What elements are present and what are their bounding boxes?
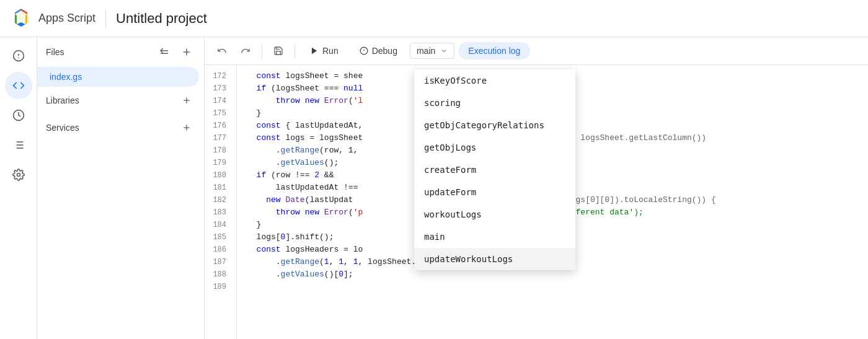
line-num-176: 176 xyxy=(205,120,226,132)
header: ⟨/⟩ Apps Script Untitled project xyxy=(0,0,868,37)
logo-area: ⟨/⟩ Apps Script xyxy=(10,7,95,30)
file-panel-header: Files xyxy=(37,37,204,67)
sidebar-item-executions[interactable] xyxy=(5,131,32,159)
apps-script-logo: ⟨/⟩ xyxy=(10,7,32,30)
dropdown-item-workoutlogs[interactable]: workoutLogs xyxy=(414,203,575,226)
sidebar-item-overview[interactable] xyxy=(5,42,32,69)
code-line-188: .getValues()[0]; xyxy=(247,268,868,281)
dropdown-item-createform[interactable]: createForm xyxy=(414,159,575,181)
line-num-180: 180 xyxy=(205,169,226,182)
svg-marker-26 xyxy=(312,48,317,55)
line-num-185: 185 xyxy=(205,231,226,244)
dropdown-item-scoring[interactable]: scoring xyxy=(414,92,575,114)
toolbar: Run Debug main Execution log xyxy=(205,37,868,65)
line-numbers: 172 173 174 175 176 177 178 179 180 181 … xyxy=(205,65,237,339)
editor-area: Run Debug main Execution log 172 173 174… xyxy=(205,37,868,339)
debug-label: Debug xyxy=(372,46,397,56)
sort-files-button[interactable] xyxy=(156,43,173,61)
app-title: Apps Script xyxy=(38,12,95,25)
sidebar-item-settings[interactable] xyxy=(5,161,32,188)
line-num-188: 188 xyxy=(205,268,226,281)
libraries-label: Libraries xyxy=(46,95,79,105)
line-num-178: 178 xyxy=(205,144,226,157)
project-title[interactable]: Untitled project xyxy=(116,11,207,27)
services-section: Services xyxy=(37,114,204,141)
run-button[interactable]: Run xyxy=(301,42,347,59)
save-button[interactable] xyxy=(268,41,288,61)
dropdown-item-getobjcategoryrelations[interactable]: getObjCategoryRelations xyxy=(414,114,575,136)
code-line-189 xyxy=(247,281,868,293)
add-service-button[interactable] xyxy=(178,119,195,136)
line-num-181: 181 xyxy=(205,182,226,194)
toolbar-divider-1 xyxy=(262,43,262,58)
icon-sidebar xyxy=(0,37,37,339)
services-label: Services xyxy=(46,123,79,133)
dropdown-item-updateform[interactable]: updateForm xyxy=(414,181,575,203)
file-panel: Files index.gs Libraries Services xyxy=(37,37,205,339)
line-num-189: 189 xyxy=(205,281,226,293)
sidebar-item-editor[interactable] xyxy=(5,72,32,99)
svg-text:⟨/⟩: ⟨/⟩ xyxy=(17,14,25,23)
libraries-section: Libraries xyxy=(37,87,204,114)
execution-log-button[interactable]: Execution log xyxy=(458,42,530,59)
dropdown-item-getobjlogs[interactable]: getObjLogs xyxy=(414,136,575,159)
file-panel-icons xyxy=(156,43,195,61)
line-num-182: 182 xyxy=(205,194,226,206)
sidebar-item-triggers[interactable] xyxy=(5,102,32,129)
svg-point-9 xyxy=(18,58,19,59)
dropdown-item-iskeyofscore[interactable]: isKeyOfScore xyxy=(414,69,575,92)
main-layout: Files index.gs Libraries Services xyxy=(0,37,868,339)
line-num-175: 175 xyxy=(205,107,226,120)
dropdown-item-updateworkoutlogs[interactable]: updateWorkoutLogs xyxy=(414,248,575,270)
line-num-186: 186 xyxy=(205,244,226,256)
dropdown-item-main[interactable]: main xyxy=(414,226,575,248)
redo-button[interactable] xyxy=(236,41,255,61)
selected-function: main xyxy=(417,46,435,56)
line-num-173: 173 xyxy=(205,82,226,95)
line-num-187: 187 xyxy=(205,256,226,268)
chevron-down-icon xyxy=(440,47,448,55)
line-num-184: 184 xyxy=(205,219,226,231)
add-library-button[interactable] xyxy=(178,92,195,109)
line-num-174: 174 xyxy=(205,95,226,107)
line-num-177: 177 xyxy=(205,132,226,144)
line-num-179: 179 xyxy=(205,157,226,169)
add-file-button[interactable] xyxy=(178,43,195,61)
function-select[interactable]: main xyxy=(410,43,454,59)
function-dropdown: isKeyOfScore scoring getObjCategoryRelat… xyxy=(414,69,575,270)
file-name: index.gs xyxy=(50,72,82,82)
debug-button[interactable]: Debug xyxy=(351,42,406,59)
files-label: Files xyxy=(46,47,64,57)
toolbar-divider-2 xyxy=(294,43,295,58)
svg-point-17 xyxy=(17,174,20,177)
svg-marker-4 xyxy=(25,14,27,24)
run-label: Run xyxy=(322,46,339,56)
undo-button[interactable] xyxy=(212,41,232,61)
file-item-index[interactable]: index.gs xyxy=(37,67,199,87)
line-num-183: 183 xyxy=(205,206,226,219)
line-num-172: 172 xyxy=(205,70,226,82)
header-divider xyxy=(105,9,106,28)
